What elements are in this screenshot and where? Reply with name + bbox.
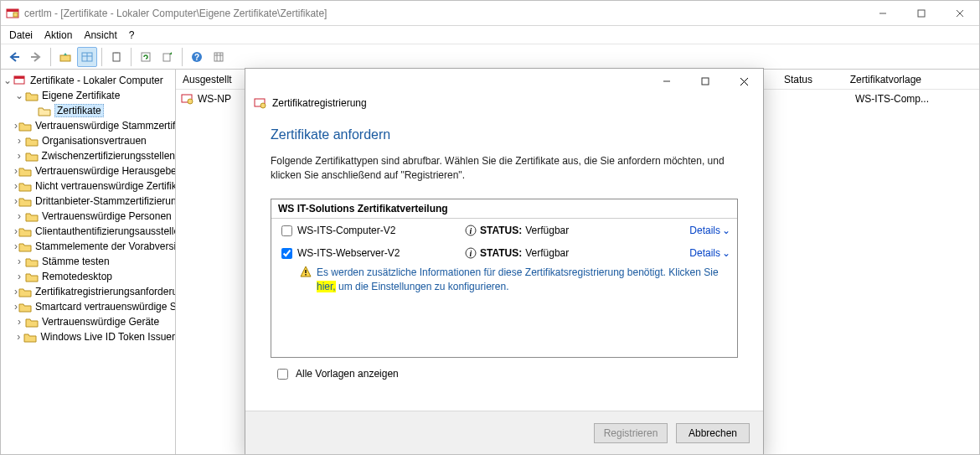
chevron-right-icon[interactable]: › — [14, 271, 24, 282]
chevron-right-icon[interactable]: › — [14, 210, 24, 222]
status-label: STATUS: — [480, 247, 522, 259]
chevron-right-icon[interactable]: › — [14, 150, 24, 162]
help-button[interactable]: ? — [187, 47, 207, 67]
chevron-down-icon[interactable]: ⌄ — [3, 75, 13, 86]
svg-rect-1 — [7, 9, 18, 12]
tree-item[interactable]: ›Vertrauenswürdige Geräte — [1, 314, 175, 329]
tree-item-label: Smartcard vertrauenswürdige Stammzertifi… — [35, 301, 176, 313]
menu-help[interactable]: ? — [129, 29, 135, 41]
tree-item-label: Nicht vertrauenswürdige Zertifikate — [35, 180, 176, 192]
tree-item[interactable]: ›Zertifikatregistrierungsanforderungen — [1, 284, 175, 299]
tree-item-label: Clientauthentifizierungsaussteller — [35, 225, 176, 237]
tree-item[interactable]: ›Stammelemente der Vorabversion — [1, 239, 175, 254]
chevron-right-icon[interactable]: › — [14, 301, 18, 313]
enroll-dialog: Zertifikatregistrierung Zertifikate anfo… — [245, 68, 764, 455]
window-title: certlm - [Zertifikate - Lokaler Computer… — [24, 8, 864, 19]
chevron-right-icon[interactable]: › — [14, 135, 24, 147]
tree-item-label: Remotedesktop — [42, 271, 112, 282]
chevron-right-icon[interactable]: › — [14, 195, 18, 207]
dialog-breadcrumb: Zertifikatregistrierung — [245, 94, 763, 114]
show-all-checkbox[interactable] — [277, 369, 288, 380]
folder-open-icon — [25, 90, 39, 101]
tree-item[interactable]: ›Drittanbieter-Stammzertifizierungsstell… — [1, 194, 175, 209]
minimize-button[interactable] — [864, 1, 902, 26]
tree-item[interactable]: ›Remotedesktop — [1, 269, 175, 284]
template-group-header: WS IT-Solutions Zertifikatverteilung — [271, 199, 737, 219]
tree-item[interactable]: ›Nicht vertrauenswürdige Zertifikate — [1, 178, 175, 194]
template-row[interactable]: WS-ITS-Webserver-V2 i STATUS: Verfügbar … — [271, 241, 737, 264]
tree-item[interactable]: ›Clientauthentifizierungsaussteller — [1, 224, 175, 239]
dialog-minimize-button[interactable] — [647, 69, 686, 94]
details-toggle[interactable]: Details ⌄ — [689, 225, 730, 236]
warning-icon — [300, 266, 312, 294]
show-all-label: Alle Vorlagen anzeigen — [296, 368, 399, 380]
close-button[interactable] — [941, 1, 979, 26]
dialog-intro: Folgende Zertifikattypen sind abrufbar. … — [271, 154, 738, 184]
details-toggle[interactable]: Details ⌄ — [689, 247, 730, 259]
refresh-button[interactable] — [136, 47, 156, 67]
chevron-right-icon[interactable]: › — [14, 316, 24, 328]
tree-item[interactable]: ›Vertrauenswürdige Herausgeber — [1, 163, 175, 178]
tree-item-label: Stammelemente der Vorabversion — [35, 240, 176, 252]
template-list: WS IT-Solutions Zertifikatverteilung WS-… — [271, 199, 738, 358]
menu-file[interactable]: Datei — [9, 29, 33, 41]
svg-rect-15 — [142, 53, 150, 61]
tree-item[interactable]: ›Stämme testen — [1, 254, 175, 269]
template-row[interactable]: WS-ITS-Computer-V2 i STATUS: Verfügbar D… — [271, 219, 737, 241]
click-here-highlight[interactable]: hier, — [317, 281, 336, 292]
chevron-right-icon[interactable]: › — [14, 240, 18, 252]
chevron-right-icon[interactable]: › — [14, 286, 18, 297]
tree-item[interactable]: ›Vertrauenswürdige Personen — [1, 209, 175, 224]
back-button[interactable] — [4, 47, 24, 67]
dialog-titlebar — [245, 69, 763, 94]
menu-view[interactable]: Ansicht — [84, 29, 116, 41]
svg-rect-14 — [115, 52, 118, 54]
chevron-right-icon[interactable]: › — [14, 331, 23, 343]
nav-tree[interactable]: ⌄ Zertifikate - Lokaler Computer ⌄ Eigen… — [1, 70, 176, 454]
columns-button[interactable] — [209, 47, 229, 67]
clipboard-button[interactable] — [106, 47, 126, 67]
template-name: WS-ITS-Webserver-V2 — [297, 247, 465, 259]
tree-root-label[interactable]: Zertifikate - Lokaler Computer — [30, 75, 163, 86]
tree-certs-selected[interactable]: Zertifikate — [54, 104, 104, 117]
chevron-down-icon[interactable]: ⌄ — [14, 90, 24, 101]
column-status[interactable]: Status — [777, 74, 820, 85]
maximize-button[interactable] — [902, 1, 941, 26]
dialog-close-button[interactable] — [725, 69, 763, 94]
tree-item[interactable]: ›Organisationsvertrauen — [1, 133, 175, 148]
more-info-link[interactable]: Es werden zusätzliche Informationen für … — [271, 264, 737, 301]
tree-item[interactable]: ›Smartcard vertrauenswürdige Stammzertif… — [1, 299, 175, 314]
forward-button[interactable] — [26, 47, 46, 67]
chevron-right-icon[interactable]: › — [14, 256, 24, 267]
tree-item[interactable]: ›Windows Live ID Token Issuer — [1, 329, 175, 344]
tree-item-label: Vertrauenswürdige Herausgeber — [35, 165, 176, 177]
main-titlebar: certlm - [Zertifikate - Lokaler Computer… — [1, 1, 979, 26]
export-button[interactable] — [157, 47, 178, 67]
template-checkbox[interactable] — [281, 248, 292, 259]
tree-item-label: Vertrauenswürdige Geräte — [42, 316, 159, 328]
chevron-right-icon[interactable]: › — [14, 165, 18, 177]
folder-icon — [25, 271, 39, 282]
tree-personal-label[interactable]: Eigene Zertifikate — [42, 90, 120, 101]
chevron-right-icon[interactable]: › — [14, 120, 18, 132]
status-label: STATUS: — [480, 225, 522, 236]
chevron-right-icon[interactable]: › — [14, 180, 18, 192]
view-list-button[interactable] — [77, 47, 97, 67]
template-checkbox[interactable] — [281, 225, 292, 236]
tree-item[interactable]: ›Zwischenzertifizierungsstellen — [1, 148, 175, 163]
show-all-templates[interactable]: Alle Vorlagen anzeigen — [271, 358, 738, 390]
up-button[interactable] — [55, 47, 75, 67]
svg-rect-2 — [13, 13, 18, 17]
menu-action[interactable]: Aktion — [44, 29, 72, 41]
register-button[interactable]: Registrieren — [594, 423, 668, 443]
tree-item-label: Zwischenzertifizierungsstellen — [42, 150, 175, 162]
row-name: WS-NP — [198, 93, 231, 105]
dialog-maximize-button[interactable] — [686, 69, 725, 94]
chevron-right-icon[interactable]: › — [14, 225, 18, 237]
column-issued-to[interactable]: Ausgestellt — [176, 74, 243, 85]
dialog-footer: Registrieren Abbrechen — [245, 411, 763, 454]
svg-point-26 — [188, 99, 193, 104]
column-template[interactable]: Zertifikatvorlage — [843, 74, 929, 85]
tree-item[interactable]: ›Vertrauenswürdige Stammzertifizierungss… — [1, 118, 175, 133]
cancel-button[interactable]: Abbrechen — [676, 423, 750, 443]
